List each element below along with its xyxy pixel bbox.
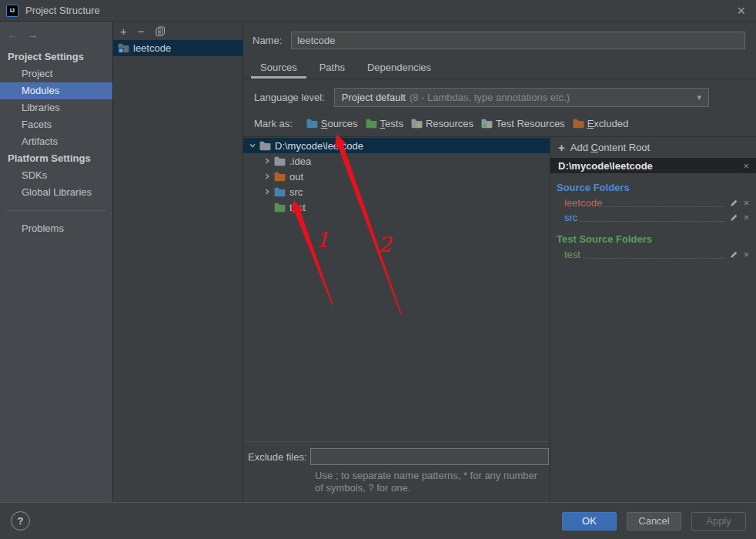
sidebar-item-artifacts[interactable]: Artifacts: [0, 133, 112, 150]
tree-item-label: .idea: [289, 156, 311, 167]
apply-button[interactable]: Apply: [691, 512, 746, 531]
language-level-label: Language level:: [254, 92, 325, 103]
content-root-path: D:\mycode\leetcode: [558, 160, 743, 172]
edit-folder-icon[interactable]: [730, 213, 738, 222]
copy-module-button[interactable]: [156, 26, 166, 36]
copy-icon: [156, 26, 166, 36]
exclude-files-label: Exclude files:: [248, 451, 310, 463]
exclude-files-hint: Use ; to separate name patterns, * for a…: [315, 470, 550, 494]
tree-item-label: src: [289, 186, 303, 198]
language-level-row: Language level: Project default (8 - Lam…: [243, 79, 756, 113]
module-list-item-leetcode[interactable]: leetcode: [113, 40, 243, 56]
tree-row-src[interactable]: src: [243, 184, 550, 199]
chevron-right-icon[interactable]: [263, 188, 271, 196]
project-settings-header: Project Settings: [0, 49, 112, 65]
resources-folder-icon: [411, 119, 423, 129]
tree-row-root[interactable]: D:\mycode\leetcode: [243, 138, 550, 153]
editor-tabs: Sources Paths Dependencies: [243, 60, 756, 79]
test-source-folder-link[interactable]: test: [564, 249, 580, 260]
module-item-label: leetcode: [133, 42, 171, 54]
cancel-button[interactable]: Cancel: [627, 512, 681, 531]
dotted-leader: [583, 258, 725, 259]
add-module-button[interactable]: +: [120, 25, 127, 37]
chevron-down-icon[interactable]: [249, 142, 256, 149]
remove-folder-icon[interactable]: ×: [744, 249, 749, 260]
tree-item-label: out: [289, 171, 303, 182]
sidebar-item-facets[interactable]: Facets: [0, 116, 112, 133]
sidebar-item-sdks[interactable]: SDKs: [0, 167, 112, 184]
name-label: Name:: [253, 35, 282, 46]
module-toolbar: + −: [113, 22, 243, 40]
language-level-select[interactable]: Project default (8 - Lambdas, type annot…: [334, 88, 709, 107]
dialog-footer: ? OK Cancel Apply: [0, 502, 756, 539]
sidebar-item-libraries[interactable]: Libraries: [0, 99, 112, 116]
source-folders-header: Source Folders: [550, 173, 756, 196]
tree-root-label: D:\mycode\leetcode: [275, 140, 363, 152]
tab-dependencies[interactable]: Dependencies: [358, 62, 440, 79]
module-list-panel: + − leetcode: [113, 22, 243, 502]
tree-row-out[interactable]: out: [243, 169, 550, 184]
language-level-hint: (8 - Lambdas, type annotations etc.): [410, 92, 693, 103]
name-row: Name:: [243, 22, 756, 55]
history-nav: ← →: [0, 23, 112, 49]
chevron-right-icon[interactable]: [263, 172, 271, 180]
sidebar-item-problems[interactable]: Problems: [0, 220, 112, 237]
language-level-value: Project default: [342, 92, 406, 103]
module-icon: [118, 43, 129, 53]
mark-as-sources[interactable]: Sources: [306, 118, 358, 129]
help-button[interactable]: ?: [11, 511, 30, 531]
tree-item-label: test: [289, 202, 306, 213]
content-tree-panel: D:\mycode\leetcode .idea out: [243, 137, 550, 502]
remove-folder-icon[interactable]: ×: [744, 198, 749, 209]
folder-icon: [274, 156, 286, 166]
dialog-title: Project Structure: [25, 5, 100, 16]
remove-content-root-icon[interactable]: ×: [743, 160, 749, 172]
edit-folder-icon[interactable]: [730, 199, 738, 207]
edit-folder-icon[interactable]: [730, 250, 738, 259]
forward-arrow-icon[interactable]: →: [27, 28, 38, 41]
tests-folder-icon: [366, 119, 377, 129]
remove-module-button[interactable]: −: [138, 25, 145, 37]
close-dialog-icon[interactable]: ×: [735, 4, 747, 18]
remove-folder-icon[interactable]: ×: [744, 213, 749, 223]
excluded-folder-icon: [274, 172, 286, 182]
project-structure-dialog: IJ Project Structure × ← → Project Setti…: [0, 0, 756, 539]
dialog-body: ← → Project Settings Project Modules Lib…: [0, 22, 756, 502]
folder-icon: [259, 141, 271, 151]
ok-button[interactable]: OK: [562, 512, 617, 531]
mark-as-test-resources[interactable]: Test Resources: [481, 118, 565, 129]
sidebar-item-modules[interactable]: Modules: [0, 82, 112, 99]
sidebar-divider: [6, 210, 106, 211]
source-folder-link[interactable]: src: [564, 212, 577, 223]
platform-settings-header: Platform Settings: [0, 150, 112, 167]
mark-as-row: Mark as: Sources Tests Resources: [243, 113, 756, 136]
tab-paths[interactable]: Paths: [310, 62, 354, 79]
source-folder-row-src: src ×: [550, 210, 756, 225]
chevron-down-icon: ▾: [697, 92, 701, 102]
mark-as-resources[interactable]: Resources: [411, 118, 473, 129]
back-arrow-icon[interactable]: ←: [7, 28, 18, 41]
mark-as-excluded[interactable]: Excluded: [573, 118, 628, 129]
source-folder-link[interactable]: leetcode: [564, 197, 602, 209]
tree-row-idea[interactable]: .idea: [243, 153, 550, 169]
intellij-logo-icon: IJ: [6, 5, 18, 17]
mark-as-tests[interactable]: Tests: [366, 118, 403, 129]
module-name-input[interactable]: [291, 32, 745, 49]
source-folder-row-leetcode: leetcode ×: [550, 196, 756, 210]
titlebar: IJ Project Structure ×: [0, 0, 756, 22]
mark-as-label: Mark as:: [254, 118, 293, 129]
test-source-folder-row-test: test ×: [550, 247, 756, 262]
content-root-bar[interactable]: D:\mycode\leetcode ×: [550, 158, 756, 173]
excluded-folder-icon: [573, 119, 584, 129]
source-folder-icon: [274, 187, 286, 197]
tree-row-test[interactable]: test: [243, 199, 550, 215]
sidebar-item-global-libraries[interactable]: Global Libraries: [0, 184, 112, 201]
dotted-leader: [604, 206, 725, 207]
sidebar-item-project[interactable]: Project: [0, 65, 112, 82]
tab-sources[interactable]: Sources: [251, 62, 306, 79]
exclude-files-input[interactable]: [310, 448, 549, 465]
chevron-right-icon[interactable]: [263, 157, 271, 165]
add-content-root-button[interactable]: + Add Content Root: [550, 137, 756, 158]
chevron-spacer: [263, 203, 271, 211]
directory-tree: D:\mycode\leetcode .idea out: [243, 137, 550, 442]
